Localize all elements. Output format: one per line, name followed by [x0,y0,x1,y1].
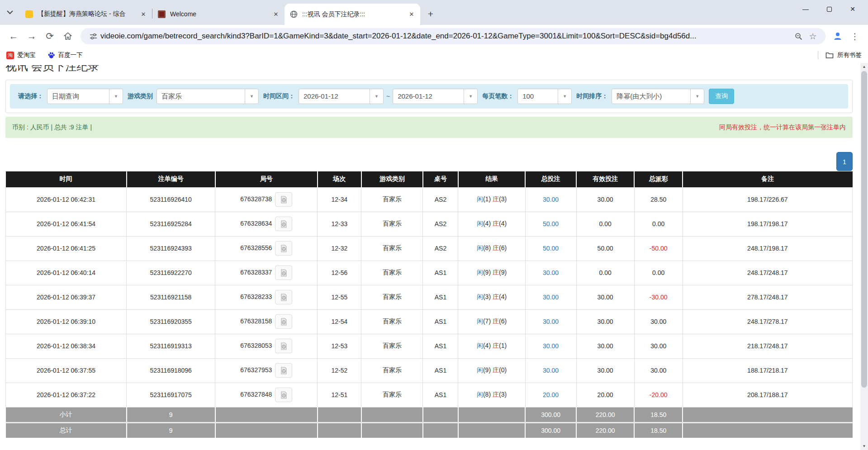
banker-count: (3) [499,391,507,398]
close-window-button[interactable]: ✕ [841,0,864,18]
page-size-select[interactable]: 100 ▼ [517,89,572,104]
all-bookmarks[interactable]: 所有书签 [818,51,862,59]
query-type-select[interactable]: 日期查询 ▼ [47,89,123,104]
cell-total-bet-link[interactable]: 50.00 [525,236,576,261]
tab-welcome[interactable]: Welcome ✕ [152,5,285,23]
page-scrollbar[interactable]: ▲ ▼ [860,63,868,450]
col-header-total-bet: 总投注 [525,171,576,187]
cell-valid-bet: 0.00 [576,212,634,236]
cell-total-bet-link[interactable]: 30.00 [525,187,576,212]
page-title-clipped: 视讯 会员下注纪录 [5,65,853,73]
cell-total-bet-link[interactable]: 30.00 [525,285,576,309]
scroll-up-icon[interactable]: ▲ [860,63,868,71]
sort-order-label: 时间排序： [576,92,608,100]
cell-total-bet-link[interactable]: 30.00 [525,309,576,334]
tab-search-button[interactable] [0,0,20,25]
close-tab-icon[interactable]: ✕ [139,10,147,18]
cell-valid-bet: 30.00 [576,334,634,358]
bookmark-star-button[interactable]: ☆ [806,29,820,43]
video-replay-button[interactable] [275,388,292,402]
banker-result: 庄 [493,366,499,374]
player-count: (8) [483,244,491,251]
home-button[interactable] [59,27,77,45]
cell-table-no: AS1 [423,309,458,334]
tab-forum[interactable]: 【新提醒】海燕策略论坛 - 综合 ✕ [20,5,152,23]
maximize-button[interactable] [817,0,841,18]
table-row: 2026-01-12 06:37:55 523116918096 6763279… [6,358,853,383]
scrollbar-thumb[interactable] [861,71,867,388]
baidu-paw-icon [47,52,55,59]
player-result: 闲 [477,366,483,374]
forward-button[interactable]: → [23,27,41,45]
close-tab-icon[interactable]: ✕ [408,10,416,19]
cell-result: 闲(1) 庄(3) [458,187,525,212]
banker-count: (4) [499,220,507,227]
cell-result: 闲(8) 庄(6) [458,236,525,261]
video-icon [280,391,288,399]
table-row: 2026-01-12 06:42:31 523116926410 6763287… [6,187,853,212]
video-replay-button[interactable] [275,290,292,304]
video-replay-button[interactable] [275,265,292,280]
round-no-text: 676328337 [240,269,272,276]
search-button[interactable]: 查询 [709,89,734,104]
col-header-valid-bet: 有效投注 [576,171,634,187]
sort-order-select[interactable]: 降幂(由大到小) ▼ [612,89,704,104]
site-info-button[interactable] [86,29,100,43]
player-count: (1) [483,195,491,203]
taobao-icon: 淘 [6,52,14,59]
video-replay-button[interactable] [275,314,292,329]
game-category-select[interactable]: 百家乐 ▼ [157,89,259,104]
subtotal-row: 小计 9 300.00 220.00 18.50 [6,407,853,422]
range-separator: ~ [386,93,390,100]
date-start-select[interactable]: 2026-01-12 ▼ [299,89,384,104]
player-count: (7) [483,317,491,325]
back-button[interactable]: ← [5,27,23,45]
player-count: (4) [483,220,491,227]
cell-total-bet-link[interactable]: 30.00 [525,334,576,358]
bookmark-baidu[interactable]: 百度一下 [47,51,83,59]
cell-total-bet-link[interactable]: 30.00 [525,261,576,285]
address-bar[interactable]: videoie.com/game/betrecord_search/kind3?… [81,28,825,44]
profile-avatar-button[interactable] [829,28,846,45]
bookmark-taobao[interactable]: 淘 爱淘宝 [6,51,36,59]
page-1-button[interactable]: 1 [836,152,853,171]
cell-total-bet-link[interactable]: 50.00 [525,212,576,236]
cell-payout: 28.50 [634,187,683,212]
cell-total-bet-link[interactable]: 30.00 [525,358,576,383]
tab-title: 【新提醒】海燕策略论坛 - 综合 [38,10,136,18]
reload-button[interactable]: ⟳ [41,27,59,45]
zoom-indicator-button[interactable] [791,29,806,43]
table-row: 2026-01-12 06:37:22 523116917075 6763278… [6,383,853,407]
video-replay-button[interactable] [275,217,292,231]
game-category-label: 游戏类别 [128,92,153,100]
minimize-button[interactable]: — [794,0,817,18]
cell-result: 闲(8) 庄(3) [458,383,525,407]
cell-total-bet-link[interactable]: 20.00 [525,383,576,407]
cell-valid-bet: 0.00 [576,261,634,285]
date-start-value: 2026-01-12 [299,89,370,104]
close-tab-icon[interactable]: ✕ [272,10,280,18]
banker-result: 庄 [493,269,499,276]
scroll-down-icon[interactable]: ▼ [860,442,868,450]
url-text[interactable]: videoie.com/game/betrecord_search/kind3?… [100,32,791,41]
pagination: 1 [5,152,853,171]
browser-menu-button[interactable]: ⋮ [846,28,863,45]
video-replay-button[interactable] [275,192,292,207]
round-no-text: 676328738 [240,195,272,203]
video-replay-button[interactable] [275,339,292,353]
date-end-select[interactable]: 2026-01-12 ▼ [393,89,478,104]
video-replay-button[interactable] [275,363,292,378]
banker-result: 庄 [493,220,499,227]
chevron-down-icon [7,10,13,14]
tab-bet-records-active[interactable]: :::视讯 会员下注纪录::: ✕ [285,4,420,25]
new-tab-button[interactable]: + [424,7,437,21]
cell-valid-bet: 30.00 [576,309,634,334]
forum-favicon-icon [25,10,33,18]
cell-session: 12-51 [318,383,361,407]
page-size-value: 100 [518,89,558,104]
total-count: 9 [127,422,215,438]
chevron-down-icon: ▼ [558,89,571,104]
cell-result: 闲(9) 庄(9) [458,261,525,285]
video-replay-button[interactable] [275,241,292,256]
cell-valid-bet: 50.00 [576,236,634,261]
